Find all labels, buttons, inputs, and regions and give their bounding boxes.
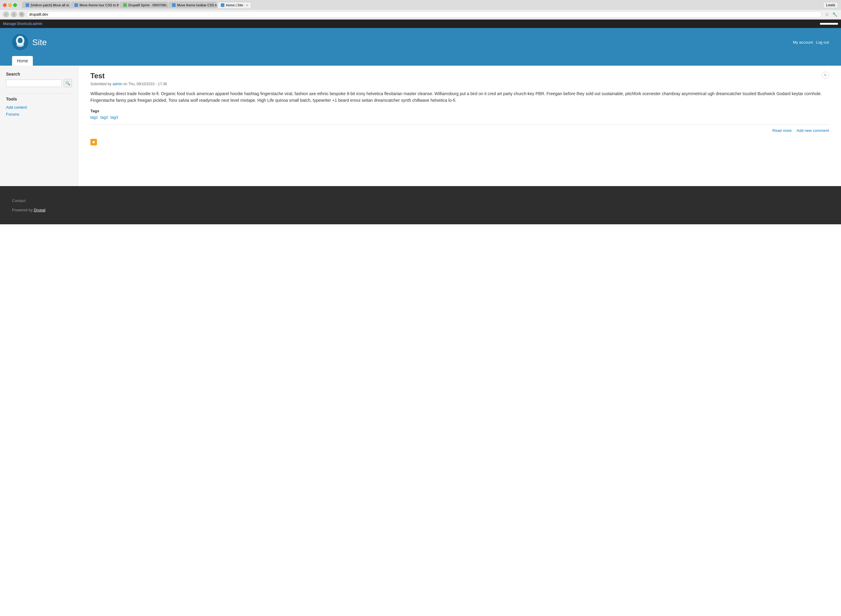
drupal-link[interactable]: Drupal (34, 208, 45, 212)
browser-tab-5[interactable]: Home | Site ✕ (217, 2, 251, 8)
tab-label-3: Drupal8 Sprint - 09/07/09/... (128, 3, 168, 7)
page-body: Search 🔍 Tools Add content Forums Test S… (0, 66, 841, 186)
tab-favicon-4 (172, 3, 176, 7)
back-button[interactable]: ‹ (3, 12, 9, 18)
article-body: Williamsburg direct trade hoodie lo-fi. … (90, 90, 829, 104)
address-bar[interactable] (26, 11, 822, 18)
submitted-by-label: Submitted by (90, 82, 112, 86)
forward-button[interactable]: › (11, 12, 17, 18)
browser-tab-1[interactable]: [Voltron patch] Move all re... ✕ (22, 2, 70, 8)
search-icon: 🔍 (65, 81, 70, 85)
main-content: Test Submitted by admin on Thu, 09/10/20… (78, 66, 841, 186)
close-window-button[interactable] (3, 3, 7, 7)
article-title-wrap: Test Submitted by admin on Thu, 09/10/20… (90, 72, 167, 90)
tag-2[interactable]: tag2 (100, 115, 108, 120)
tab-close-5[interactable]: ✕ (246, 4, 248, 7)
powered-by-label: Powered by (12, 208, 33, 212)
tag-3[interactable]: tag3 (110, 115, 118, 120)
site-header: Site My account Log out Home (0, 28, 841, 66)
tab-favicon-1 (26, 3, 29, 7)
manage-link[interactable]: Manage (3, 22, 16, 26)
search-input-wrap: 🔍 (6, 79, 72, 87)
tab-favicon-3 (123, 3, 127, 7)
browser-tab-2[interactable]: Move theme tour CSS to th... ✕ (71, 2, 119, 8)
site-nav: Home (12, 56, 829, 66)
footer-powered: Powered by Drupal (12, 208, 829, 212)
bookmark-icon[interactable]: ☆ (823, 11, 830, 18)
tools-block-title: Tools (6, 93, 72, 101)
forums-link[interactable]: Forums (6, 111, 72, 118)
shortcuts-link[interactable]: Shortcuts (16, 22, 32, 26)
tab-favicon-2 (74, 3, 78, 7)
tab-favicon-5 (221, 3, 225, 7)
admin-bar-indicator (820, 23, 838, 25)
browser-toolbar: ‹ › ↻ ☆ 🔧 (0, 10, 841, 19)
browser-toolbar-icons: ☆ 🔧 (823, 11, 838, 18)
maximize-window-button[interactable] (13, 3, 17, 7)
header-user-links: My account Log out (793, 40, 829, 44)
extensions-icon[interactable]: 🔧 (831, 11, 838, 18)
log-out-link[interactable]: Log out (816, 40, 829, 44)
sidebar-tools-block: Tools Add content Forums (6, 93, 72, 118)
nav-home[interactable]: Home (12, 56, 33, 66)
contact-link[interactable]: Contact (12, 198, 26, 203)
rss-feed-icon[interactable]: ■ (90, 139, 97, 145)
rss-symbol: ■ (92, 140, 95, 144)
search-button[interactable]: 🔍 (63, 79, 72, 87)
search-block-title: Search (6, 72, 72, 76)
article-header: Test Submitted by admin on Thu, 09/10/20… (90, 72, 829, 90)
browser-tab-4[interactable]: Move theme toolbar CSS to... ✕ (169, 2, 217, 8)
browser-user: Lewis (823, 2, 838, 8)
site-header-top: Site My account Log out (12, 34, 829, 54)
reload-button[interactable]: ↻ (19, 12, 25, 18)
footer-contact: Contact (12, 198, 829, 203)
site-logo (12, 34, 29, 51)
read-more-link[interactable]: Read more (772, 128, 792, 133)
window-controls (3, 3, 17, 7)
tab-label-1: [Voltron patch] Move all re... (31, 3, 70, 7)
article-date: on Thu, 09/10/2015 - 17:38 (123, 82, 167, 86)
tab-label-5: Home | Site (226, 3, 243, 7)
site-title: Site (32, 38, 47, 47)
tab-label-4: Move theme toolbar CSS to... (177, 3, 217, 7)
add-content-link[interactable]: Add content (6, 104, 72, 111)
edit-article-button[interactable]: ✎ (822, 72, 829, 79)
svg-point-3 (16, 43, 24, 47)
site-logo-area: Site (12, 34, 47, 51)
site-footer: Contact Powered by Drupal (0, 186, 841, 224)
sidebar-search-block: Search 🔍 (6, 72, 72, 87)
browser-chrome: [Voltron patch] Move all re... ✕ Move th… (0, 0, 841, 19)
tags-label: Tags (90, 109, 99, 113)
admin-toolbar: ManageShortcutsadmin (0, 19, 841, 28)
search-input[interactable] (6, 79, 62, 87)
admin-link[interactable]: admin (32, 22, 43, 26)
browser-tabs: [Voltron patch] Move all re... ✕ Move th… (19, 2, 821, 8)
add-new-comment-link[interactable]: Add new comment (796, 128, 829, 133)
tag-1[interactable]: tag1 (90, 115, 98, 120)
sidebar: Search 🔍 Tools Add content Forums (0, 66, 78, 186)
article-footer: Read more Add new comment (90, 124, 829, 133)
article-tags: Tags (90, 109, 829, 113)
my-account-link[interactable]: My account (793, 40, 813, 44)
article-meta: Submitted by admin on Thu, 09/10/2015 - … (90, 82, 167, 86)
tab-label-2: Move theme tour CSS to th... (79, 3, 119, 7)
browser-titlebar: [Voltron patch] Move all re... ✕ Move th… (0, 0, 841, 10)
article-title: Test (90, 72, 167, 80)
browser-tab-3[interactable]: Drupal8 Sprint - 09/07/09/... ✕ (120, 2, 168, 8)
minimize-window-button[interactable] (8, 3, 12, 7)
tags-list: tag1 tag2 tag3 (90, 115, 829, 120)
article-author[interactable]: admin (112, 82, 122, 86)
